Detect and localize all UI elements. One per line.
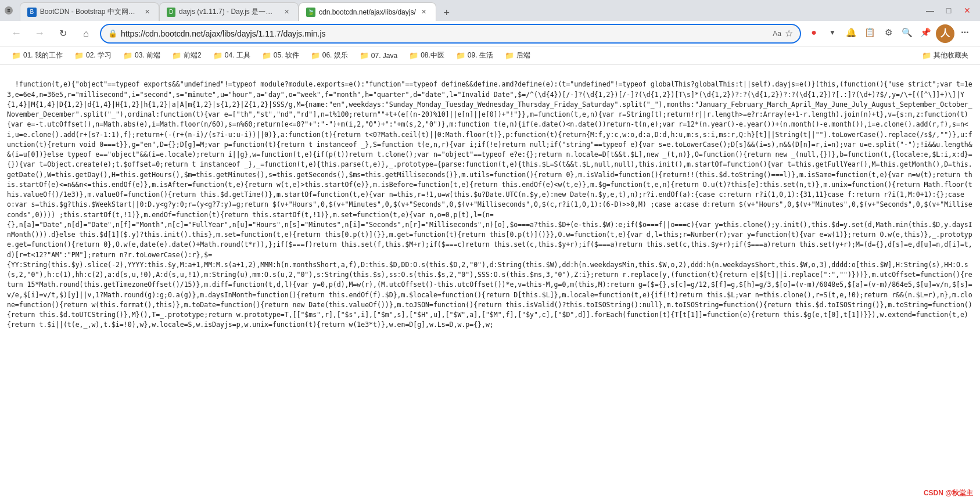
bookmark-study[interactable]: 📁 02. 学习: [70, 49, 116, 62]
code-content: !function(t,e){"object"==typeof exports&…: [0, 65, 980, 504]
bookmark-work[interactable]: 📁 01. 我的工作: [7, 49, 67, 62]
bookmark-label: 05. 软件: [274, 51, 299, 60]
bookmark-label: 其他收藏夹: [934, 51, 968, 60]
tabs-container: B BootCDN - Bootstrap 中文网开... ✕ D dayjs …: [20, 0, 917, 21]
forward-button[interactable]: →: [30, 24, 49, 43]
profile-avatar[interactable]: 人: [936, 24, 954, 43]
refresh-button[interactable]: ↻: [53, 24, 72, 43]
bookmark-label: 03. 前端: [135, 51, 160, 60]
tab-dayjs[interactable]: D dayjs (v1.11.7) - Day.js 是一个轻... ✕: [159, 2, 299, 21]
window-actions: — □ ✕: [922, 2, 975, 19]
clipboard-icon[interactable]: 📋: [861, 24, 878, 41]
code-text: !function(t,e){"object"==typeof exports&…: [7, 80, 972, 329]
window-controls: ≡: [5, 6, 13, 15]
bookmark-backend[interactable]: 📁 后端: [500, 49, 535, 62]
folder-icon: 📁: [213, 51, 222, 60]
bookmark-label: 09. 生活: [468, 51, 493, 60]
bookmark-label: 后端: [516, 51, 530, 60]
bookmark-label: 08.中医: [421, 51, 444, 60]
bookmark-label: 07. Java: [371, 52, 397, 60]
tab1-label: BootCDN - Bootstrap 中文网开...: [40, 7, 139, 17]
folder-icon: 📁: [311, 51, 320, 60]
tab3-close-icon[interactable]: ✕: [419, 8, 429, 17]
folder-icon: 📁: [74, 51, 84, 60]
restore-button[interactable]: □: [940, 2, 957, 19]
window-sidebar-toggle[interactable]: ≡: [5, 6, 13, 15]
settings-icon[interactable]: ⚙: [880, 24, 896, 41]
folder-icon: 📁: [922, 51, 931, 60]
title-bar: ≡ B BootCDN - Bootstrap 中文网开... ✕ D dayj…: [0, 0, 980, 21]
nav-bar: ← → ↻ ⌂ 🔒 Aa ☆ ● ▼ 🔔 📋 ⚙ 🔍 📌 人 ···: [0, 21, 980, 46]
more-options-icon[interactable]: ···: [957, 24, 973, 41]
bookmark-label: 01. 我的工作: [23, 51, 63, 60]
tab2-label: dayjs (v1.11.7) - Day.js 是一个轻...: [179, 7, 279, 17]
csdn-watermark: CSDN @秋堂主: [924, 488, 973, 498]
folder-icon: 📁: [172, 51, 181, 60]
lock-icon: 🔒: [108, 29, 117, 38]
address-input[interactable]: [121, 29, 769, 38]
bookmark-label: 前端2: [184, 51, 202, 60]
close-button[interactable]: ✕: [959, 2, 975, 19]
tab-cdn-active[interactable]: 🍃 cdn.bootcdn.net/ajax/libs/dayjs/ ✕: [299, 2, 436, 21]
bookmark-other[interactable]: 📁 其他收藏夹: [917, 49, 973, 62]
tab-search-icon[interactable]: 🔍: [899, 24, 915, 41]
folder-icon: 📁: [360, 51, 369, 60]
tab3-label: cdn.bootcdn.net/ajax/libs/dayjs/: [319, 8, 416, 16]
folder-icon: 📁: [262, 51, 271, 60]
tab2-favicon: D: [167, 8, 175, 17]
bookmark-entertainment[interactable]: 📁 06. 娱乐: [306, 49, 353, 62]
tab2-close-icon[interactable]: ✕: [282, 8, 291, 17]
extension-red-icon[interactable]: ●: [806, 24, 822, 41]
folder-icon: 📁: [12, 51, 21, 60]
bookmark-label: 06. 娱乐: [322, 51, 348, 60]
home-button[interactable]: ⌂: [77, 24, 95, 43]
bookmark-frontend[interactable]: 📁 03. 前端: [119, 49, 165, 62]
bookmark-tools[interactable]: 📁 04. 工具: [209, 49, 255, 62]
bookmarks-bar: 📁 01. 我的工作 📁 02. 学习 📁 03. 前端 📁 前端2 📁 04.…: [0, 46, 980, 65]
tab3-favicon: 🍃: [306, 8, 315, 17]
back-button[interactable]: ←: [7, 24, 26, 43]
address-bar-container[interactable]: 🔒 Aa ☆: [100, 24, 801, 44]
folder-icon: 📁: [123, 51, 132, 60]
tab1-favicon: B: [27, 8, 37, 17]
bookmark-life[interactable]: 📁 09. 生活: [451, 49, 498, 62]
nav-icons: ● ▼ 🔔 📋 ⚙ 🔍 📌 人 ···: [806, 24, 973, 43]
read-mode-icon[interactable]: Aa: [773, 30, 781, 38]
folder-icon: 📁: [409, 51, 418, 60]
bookmark-java[interactable]: 📁 07. Java: [355, 50, 402, 61]
notifications-icon[interactable]: 🔔: [843, 24, 859, 41]
bookmark-software[interactable]: 📁 05. 软件: [257, 49, 304, 62]
tab1-close-icon[interactable]: ✕: [142, 8, 152, 17]
folder-icon: 📁: [456, 51, 465, 60]
folder-icon: 📁: [505, 51, 514, 60]
bookmark-medicine[interactable]: 📁 08.中医: [404, 49, 449, 62]
pin-icon[interactable]: 📌: [917, 24, 934, 41]
tab-bootcdn[interactable]: B BootCDN - Bootstrap 中文网开... ✕: [20, 2, 159, 21]
bookmark-label: 02. 学习: [86, 51, 112, 60]
minimize-button[interactable]: —: [922, 2, 938, 19]
new-tab-button[interactable]: +: [439, 5, 455, 21]
extension-dropdown-icon[interactable]: ▼: [824, 24, 841, 41]
bookmark-label: 04. 工具: [225, 51, 250, 60]
bookmark-frontend2[interactable]: 📁 前端2: [167, 49, 206, 62]
favorite-icon[interactable]: ☆: [785, 28, 793, 39]
